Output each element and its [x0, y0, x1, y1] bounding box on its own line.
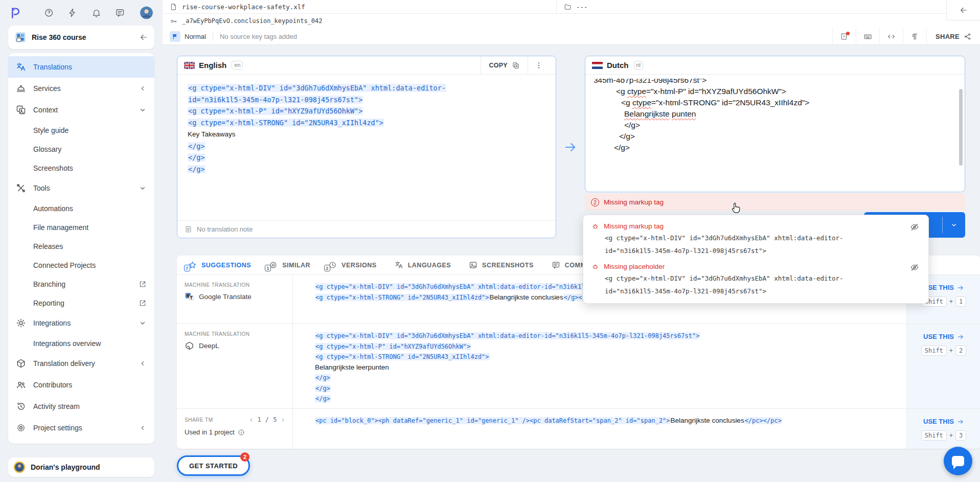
- collapse-sidebar-icon[interactable]: [139, 33, 148, 42]
- tm-pagination[interactable]: 1 / 5: [248, 416, 286, 423]
- source-menu-button[interactable]: [528, 56, 549, 74]
- qa-error-code: id="n3i6k1l5-345m-4o7p-l321-098j45rs67st…: [605, 246, 920, 256]
- suggestion-source: SHARE TM1 / 5Used in 1 project: [177, 409, 293, 449]
- sidebar-item-context[interactable]: Context: [8, 99, 154, 121]
- account-switcher[interactable]: Dorian's playground: [8, 457, 154, 477]
- translation-note-bar[interactable]: No translation note: [177, 220, 556, 238]
- tab-count-badge: 2: [324, 265, 330, 271]
- xliff-tag: id="n3i6k1l5-345m-4o7p-l321-098j45rs67st…: [188, 96, 363, 104]
- target-line[interactable]: <g ctype="x-html-P" id="hXYZ9afUYd56OhkW…: [594, 86, 956, 97]
- xliff-tag: </g>: [188, 153, 206, 162]
- folder-value[interactable]: ---: [576, 3, 588, 11]
- share-button[interactable]: SHARE: [926, 28, 980, 44]
- show-tags-button[interactable]: [879, 28, 903, 44]
- sidebar-item-activity-stream[interactable]: Activity stream: [8, 396, 154, 417]
- use-this-label: USE THIS: [923, 333, 954, 340]
- sidebar-item-translations[interactable]: Translations: [8, 56, 154, 78]
- sidebar-item-project-settings[interactable]: Project settings: [8, 417, 154, 439]
- sidebar-item-releases[interactable]: Releases: [8, 237, 154, 256]
- target-line[interactable]: </g>: [594, 142, 956, 153]
- translation-note: No translation note: [197, 225, 253, 233]
- workspace-card[interactable]: Rise 360 course: [8, 26, 154, 49]
- gtranslate-icon: GT: [185, 292, 194, 302]
- sidebar-top-icons: [0, 0, 163, 26]
- get-started-button[interactable]: GET STARTED 2: [177, 455, 250, 476]
- sidebar-item-contributors[interactable]: Contributors: [8, 374, 154, 396]
- key-name[interactable]: _a7wEyPbPqEvO.conclusion_keypoints_042: [182, 17, 323, 25]
- bug-icon: [591, 222, 599, 230]
- suggestion-text-segment: Belangrijkste conclusies: [671, 417, 744, 424]
- similar-icon: 1: [269, 261, 278, 269]
- flag-key-button[interactable]: [832, 28, 856, 44]
- qa-error-bar[interactable]: 2 Missing markup tag: [585, 194, 965, 211]
- star-icon: 7: [188, 261, 197, 269]
- target-text-segment: </g>: [624, 121, 640, 129]
- notifications-bell-icon[interactable]: [92, 8, 101, 18]
- target-line[interactable]: </g>: [594, 120, 956, 131]
- sidebar-item-style-guide[interactable]: Style guide: [8, 121, 154, 140]
- kebab-icon: [535, 61, 543, 70]
- sidebar-item-translation-delivery[interactable]: Translation delivery: [8, 353, 154, 374]
- sidebar-item-branching[interactable]: Branching: [8, 274, 154, 293]
- keyboard-shortcuts-button[interactable]: [856, 28, 879, 44]
- use-this-cell: USE THISShift+2: [906, 324, 980, 408]
- sidebar-item-label: Context: [33, 106, 131, 114]
- ignore-error-eye-off-icon[interactable]: [910, 222, 919, 232]
- target-editor[interactable]: 345m-4o7p-l321-098j45rs67st"><g ctype="x…: [585, 75, 965, 192]
- sidebar-item-services[interactable]: Services: [8, 78, 154, 99]
- tab-suggestions[interactable]: 7SUGGESTIONS: [188, 261, 251, 269]
- deepl-icon: [185, 341, 194, 351]
- target-scrollbar[interactable]: [959, 89, 963, 166]
- confirm-menu-button[interactable]: [943, 212, 965, 238]
- feedback-chat-icon[interactable]: [115, 8, 125, 18]
- help-icon[interactable]: [44, 8, 54, 18]
- suggestion-content: <g ctype="x-html-DIV" id="3dGh7u6dXmhysE…: [293, 324, 906, 408]
- tab-versions[interactable]: 2VERSIONS: [328, 261, 377, 269]
- sidebar-item-glossary[interactable]: Glossary: [8, 140, 154, 158]
- xliff-tag: </g>: [188, 165, 206, 173]
- target-panel: Dutch nl 345m-4o7p-l321-098j45rs67st"><g…: [585, 56, 965, 192]
- file-name[interactable]: rise-course-workplace-safety.xlf: [182, 3, 305, 11]
- sidebar: Rise 360 course TranslationsServicesCont…: [0, 0, 163, 482]
- chevron-down-icon: [139, 319, 147, 327]
- sidebar-item-connected-projects[interactable]: Connected Projects: [8, 256, 154, 274]
- copy-source-button[interactable]: COPY: [481, 56, 528, 74]
- status-flag-chip[interactable]: [170, 31, 180, 42]
- ignore-error-eye-off-icon[interactable]: [910, 263, 919, 272]
- use-this-button[interactable]: USE THIS: [923, 284, 964, 291]
- target-line-cut: 345m-4o7p-l321-098j45rs67st">: [594, 79, 956, 86]
- sidebar-item-integrations-overview[interactable]: Integrations overview: [8, 334, 154, 353]
- target-line[interactable]: </g>: [594, 131, 956, 142]
- key-icon: [170, 17, 177, 25]
- sidebar-item-automations[interactable]: Automations: [8, 199, 154, 218]
- chevron-down-icon: [139, 106, 147, 114]
- phrase-logo-icon[interactable]: [9, 6, 22, 19]
- help-chat-fab[interactable]: [944, 447, 972, 475]
- sidebar-item-reporting[interactable]: Reporting: [8, 293, 154, 312]
- sidebar-item-label: File management: [33, 223, 147, 232]
- target-line[interactable]: 345m-4o7p-l321-098j45rs67st">: [594, 79, 956, 86]
- sidebar-item-file-management[interactable]: File management: [8, 218, 154, 237]
- chevron-down-icon: [139, 184, 147, 192]
- provider-label: DeepL: [199, 342, 219, 350]
- use-this-button[interactable]: USE THIS: [923, 418, 964, 425]
- source-panel-header: English en COPY: [177, 56, 556, 75]
- sidebar-item-label: Automations: [33, 204, 147, 213]
- use-this-button[interactable]: USE THIS: [923, 333, 964, 340]
- status-label[interactable]: Normal: [185, 33, 206, 40]
- suggestion-source: MACHINE TRANSLATIONDeepL: [177, 324, 293, 408]
- sidebar-item-screenshots[interactable]: Screenshots: [8, 158, 154, 177]
- user-avatar[interactable]: [140, 6, 153, 20]
- tab-count-badge: 1: [265, 265, 271, 271]
- whitespace-button[interactable]: [903, 28, 926, 44]
- target-line[interactable]: <g ctype="x-html-STRONG" id="2N5UR43_xII…: [594, 97, 956, 108]
- whats-new-icon[interactable]: [67, 8, 77, 18]
- back-button[interactable]: [946, 0, 980, 20]
- tab-screenshots[interactable]: SCREENSHOTS: [469, 261, 534, 269]
- tab-similar[interactable]: 1SIMILAR: [269, 261, 310, 269]
- sidebar-item-tools[interactable]: Tools: [8, 177, 154, 199]
- target-line[interactable]: Belangrijkste punten: [594, 108, 956, 120]
- sidebar-item-integrations[interactable]: Integrations: [8, 312, 154, 334]
- qa-error-title: Missing placeholder: [604, 263, 665, 270]
- tab-languages[interactable]: LANGUAGES: [395, 261, 451, 269]
